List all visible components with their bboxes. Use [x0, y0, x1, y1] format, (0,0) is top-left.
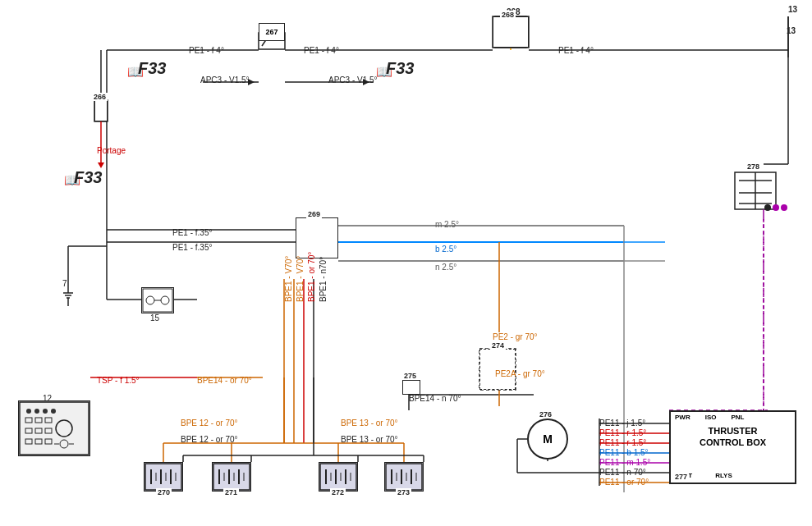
wire-label-apc3-left: APC3 - V1.5°: [200, 75, 250, 85]
wire-label-tsp: TSP - f 1.5°: [97, 376, 140, 385]
thruster-header-labels: PWR ISO PNL: [675, 414, 744, 421]
component-266-label: 266: [92, 93, 108, 101]
pwr-label: PWR: [675, 414, 690, 421]
wire-label-pe2-gr: PE2 - gr 70°: [493, 332, 538, 341]
component-270: [144, 462, 183, 492]
wire-pe11-j15: PE11 - j 1.5°: [599, 419, 645, 428]
wire-pe11-b15: PE11 - b 1.5°: [599, 448, 649, 457]
wire-label-bpe14-n70: BPE14 - n 70°: [409, 394, 461, 403]
wire-label-m25: m 2.5°: [435, 220, 459, 229]
component-276: M: [527, 419, 568, 460]
component-269-label: 269: [306, 210, 322, 218]
wire-pe11-or70: PE11 - or 70°: [599, 478, 649, 487]
component-12: [18, 400, 90, 456]
wire-label-bpe12b: BPE 12 - or 70°: [181, 435, 238, 444]
wire-label-pe2a-gr: PE2A - gr 70°: [495, 369, 545, 378]
component-271: [212, 462, 251, 492]
component-271-label: 271: [223, 488, 239, 496]
component-7-label: 7: [62, 279, 67, 288]
wire-bpe1-n70: BPE1 - n70°: [319, 257, 328, 302]
wire-label-portage: Portage: [97, 146, 126, 155]
svg-point-6: [146, 296, 154, 304]
wire-label-n25: n 2.5°: [435, 263, 456, 272]
rlys-label: RLYS: [715, 472, 732, 479]
wire-label-bpe13b: BPE 13 - or 70°: [341, 435, 398, 444]
wire-label-bpe12: BPE 12 - or 70°: [181, 419, 238, 428]
wire-label-pe1-mid-left2: PE1 - f.35°: [172, 243, 212, 252]
wire-bpe1-v70b: BPE1 - V70°: [296, 256, 305, 302]
f33-label-1: F33: [138, 59, 166, 78]
f33-label-2: F33: [386, 59, 414, 78]
wire-label-bpe13: BPE 13 - or 70°: [341, 419, 398, 428]
component-272-label: 272: [330, 488, 346, 496]
component-272: [319, 462, 358, 492]
component-277-label: 277: [673, 473, 689, 481]
component-13-label: 13: [787, 26, 796, 35]
svg-point-13: [51, 409, 56, 414]
svg-point-11: [34, 409, 39, 414]
component-268: 268: [493, 16, 529, 48]
component-15-label: 15: [150, 313, 159, 322]
svg-point-7: [161, 296, 169, 304]
component-268-label: 268: [500, 11, 516, 19]
wire-bpe1-v70a: BPE1 - V70°: [284, 256, 293, 302]
wire-pe11-m15: PE11 - m 1.5°: [599, 458, 650, 467]
wire-bpe1-or70: BPE1 - or 70°: [307, 252, 316, 302]
wire-pe11-r15a: PE11 - r 1.5°: [599, 428, 646, 437]
wire-label-pe1-top-mid: PE1 - f 4°: [304, 46, 339, 55]
component-276-label: 276: [538, 410, 553, 419]
component-266: [94, 100, 108, 121]
component-273-label: 273: [396, 488, 411, 496]
component-15: [141, 287, 174, 313]
svg-point-12: [43, 409, 48, 414]
wire-label-apc3-right: APC3 - V1.5°: [328, 75, 378, 85]
component-270-label: 270: [156, 488, 172, 496]
component-267-label: 267: [265, 28, 278, 36]
wire-label-bpe14-or: BPE14 - or 70°: [197, 376, 252, 385]
thruster-title: THRUSTER CONTROL BOX: [696, 425, 770, 449]
svg-point-10: [26, 409, 31, 414]
wire-label-pe1-top-left: PE1 - f 4°: [189, 46, 224, 55]
component-267: 267: [259, 23, 285, 41]
wire-label-pe1-mid-left: PE1 - f.35°: [172, 228, 212, 237]
wire-label-pe1-top-right: PE1 - f 4°: [558, 46, 594, 55]
component-274-label: 274: [490, 341, 506, 350]
f33-label-3: F33: [74, 168, 102, 187]
component-12-label: 12: [43, 394, 52, 403]
pnl-label: PNL: [731, 414, 744, 421]
wire-pe11-r15b: PE11 - r 1.5°: [599, 438, 646, 447]
iso-label: ISO: [705, 414, 717, 421]
wire-pe11-n70: PE11 - n 70°: [599, 468, 646, 477]
component-275-label: 275: [402, 372, 418, 380]
component-278-label: 278: [745, 162, 761, 171]
component-273: [384, 462, 424, 492]
component-275: [402, 380, 420, 395]
wire-label-b25: b 2.5°: [435, 245, 456, 254]
component-269: 269: [296, 217, 338, 258]
